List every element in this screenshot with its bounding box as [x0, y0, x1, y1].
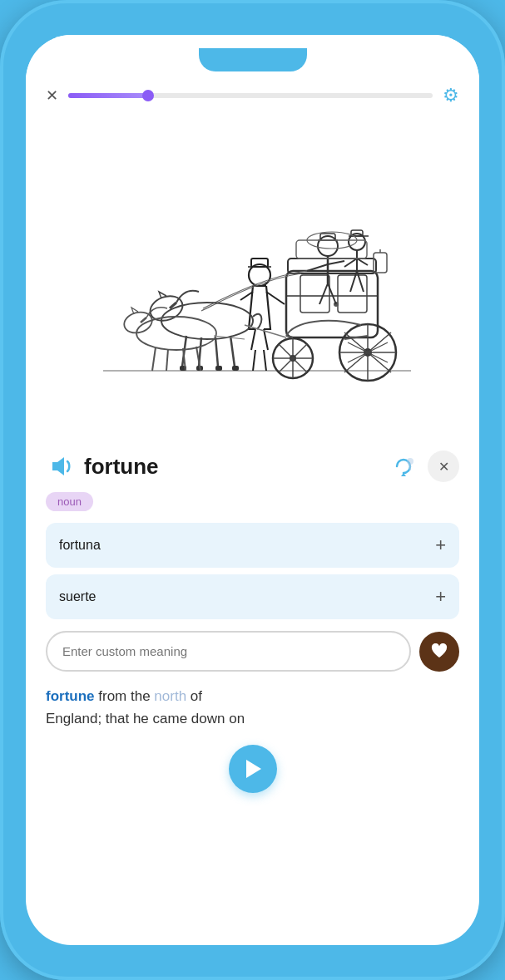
meanings-list: fortuna + suerte + [46, 523, 459, 619]
svg-line-55 [230, 336, 235, 367]
meaning-text-2: suerte [59, 589, 96, 604]
svg-line-31 [319, 283, 328, 304]
custom-meaning-row [46, 631, 459, 672]
notch [199, 48, 307, 71]
close-icon: ✕ [438, 459, 449, 475]
sentence-area: fortune from the north of England; that … [46, 685, 459, 730]
favorite-button[interactable] [419, 632, 459, 672]
progress-fill [68, 93, 148, 98]
svg-line-62 [141, 318, 146, 323]
pos-badge: noun [46, 492, 93, 511]
sentence-word-highlight-2: north [154, 688, 186, 704]
add-meaning-2-button[interactable]: + [435, 586, 446, 608]
close-button[interactable]: ✕ [46, 88, 58, 103]
top-bar: ✕ ⚙ [26, 78, 479, 113]
notch-area [26, 35, 479, 78]
dismiss-button[interactable]: ✕ [428, 451, 459, 482]
custom-meaning-input[interactable] [46, 631, 411, 672]
speaker-icon[interactable] [46, 451, 76, 481]
word-actions: ✕ [388, 451, 459, 482]
phone-frame: ✕ ⚙ [0, 0, 505, 980]
sentence-text-3: England; that he came down on [46, 711, 245, 726]
meaning-item[interactable]: suerte + [46, 574, 459, 619]
word-header: fortune ✕ [46, 451, 459, 482]
settings-button[interactable]: ⚙ [443, 85, 459, 106]
svg-rect-59 [232, 366, 239, 371]
word-panel: fortune ✕ [26, 429, 479, 813]
play-button-area [46, 745, 459, 793]
svg-line-38 [357, 259, 368, 265]
svg-point-60 [136, 317, 216, 350]
illustration-area [26, 113, 479, 429]
svg-line-23 [286, 336, 293, 337]
svg-rect-4 [338, 275, 367, 313]
refresh-button[interactable] [388, 451, 419, 482]
sentence-text-2: of [186, 688, 202, 704]
progress-bar [68, 93, 433, 98]
meaning-item[interactable]: fortuna + [46, 523, 459, 568]
svg-line-45 [253, 350, 255, 371]
svg-line-46 [264, 350, 266, 371]
carriage-svg [78, 130, 428, 412]
progress-knob[interactable] [142, 90, 154, 101]
sentence-word-highlight: fortune [46, 688, 95, 704]
svg-marker-71 [52, 457, 64, 475]
svg-rect-3 [300, 275, 329, 313]
phone-screen: ✕ ⚙ [26, 35, 479, 945]
meaning-text-1: fortuna [59, 538, 101, 553]
play-button[interactable] [229, 745, 277, 793]
svg-line-63 [152, 347, 156, 371]
svg-line-54 [215, 337, 218, 367]
word-title: fortune [84, 454, 159, 480]
svg-rect-58 [215, 366, 222, 371]
svg-line-64 [166, 349, 168, 371]
svg-line-37 [344, 259, 357, 267]
svg-line-47 [266, 292, 285, 304]
word-illustration [78, 130, 428, 412]
add-meaning-1-button[interactable]: + [435, 534, 446, 556]
svg-line-30 [328, 261, 344, 264]
sentence-text-1: from the [95, 688, 155, 704]
word-left: fortune [46, 451, 159, 481]
play-icon [246, 760, 261, 778]
svg-point-72 [407, 458, 413, 465]
